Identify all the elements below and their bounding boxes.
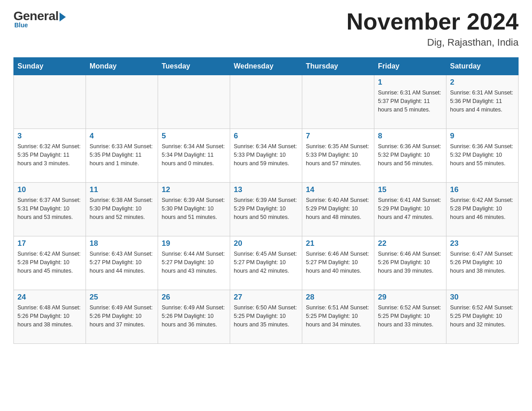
calendar-cell (302, 75, 374, 129)
calendar-cell: 30Sunrise: 6:52 AM Sunset: 5:25 PM Dayli… (446, 290, 519, 344)
day-info: Sunrise: 6:34 AM Sunset: 5:33 PM Dayligh… (234, 142, 298, 167)
day-number: 10 (17, 185, 82, 194)
day-info: Sunrise: 6:39 AM Sunset: 5:29 PM Dayligh… (234, 196, 298, 221)
calendar-cell: 21Sunrise: 6:46 AM Sunset: 5:27 PM Dayli… (302, 236, 374, 290)
day-info: Sunrise: 6:38 AM Sunset: 5:30 PM Dayligh… (90, 196, 154, 221)
calendar-cell (158, 75, 230, 129)
day-info: Sunrise: 6:35 AM Sunset: 5:33 PM Dayligh… (306, 142, 370, 167)
calendar-cell: 25Sunrise: 6:49 AM Sunset: 5:26 PM Dayli… (86, 290, 158, 344)
day-info: Sunrise: 6:50 AM Sunset: 5:25 PM Dayligh… (234, 304, 298, 329)
day-number: 11 (90, 185, 154, 194)
calendar-cell (230, 75, 302, 129)
day-number: 22 (378, 239, 442, 248)
day-info: Sunrise: 6:34 AM Sunset: 5:34 PM Dayligh… (162, 142, 226, 167)
day-number: 26 (162, 293, 226, 302)
day-info: Sunrise: 6:42 AM Sunset: 5:28 PM Dayligh… (450, 196, 515, 221)
day-number: 20 (234, 239, 298, 248)
calendar-table: SundayMondayTuesdayWednesdayThursdayFrid… (13, 57, 519, 344)
calendar-cell: 17Sunrise: 6:42 AM Sunset: 5:28 PM Dayli… (14, 236, 86, 290)
day-info: Sunrise: 6:42 AM Sunset: 5:28 PM Dayligh… (17, 250, 82, 275)
day-info: Sunrise: 6:33 AM Sunset: 5:35 PM Dayligh… (90, 142, 154, 167)
calendar-cell: 29Sunrise: 6:52 AM Sunset: 5:25 PM Dayli… (374, 290, 446, 344)
col-header-tuesday: Tuesday (158, 58, 230, 75)
calendar-week-row: 10Sunrise: 6:37 AM Sunset: 5:31 PM Dayli… (14, 183, 519, 236)
calendar-cell (86, 75, 158, 129)
location-title: Dig, Rajasthan, India (347, 37, 519, 48)
day-number: 14 (306, 185, 370, 194)
day-info: Sunrise: 6:49 AM Sunset: 5:26 PM Dayligh… (162, 304, 226, 329)
col-header-wednesday: Wednesday (230, 58, 302, 75)
month-title: November 2024 (347, 9, 519, 34)
day-number: 4 (90, 132, 154, 141)
calendar-cell: 7Sunrise: 6:35 AM Sunset: 5:33 PM Daylig… (302, 129, 374, 183)
day-number: 25 (90, 293, 154, 302)
calendar-cell: 14Sunrise: 6:40 AM Sunset: 5:29 PM Dayli… (302, 183, 374, 236)
day-info: Sunrise: 6:39 AM Sunset: 5:30 PM Dayligh… (162, 196, 226, 221)
day-number: 7 (306, 132, 370, 141)
col-header-saturday: Saturday (446, 58, 519, 75)
day-number: 29 (378, 293, 442, 302)
day-info: Sunrise: 6:46 AM Sunset: 5:26 PM Dayligh… (378, 250, 442, 275)
day-number: 24 (17, 293, 82, 302)
col-header-monday: Monday (86, 58, 158, 75)
calendar-cell: 15Sunrise: 6:41 AM Sunset: 5:29 PM Dayli… (374, 183, 446, 236)
day-number: 16 (450, 185, 515, 194)
calendar-cell: 18Sunrise: 6:43 AM Sunset: 5:27 PM Dayli… (86, 236, 158, 290)
calendar-cell: 2Sunrise: 6:31 AM Sunset: 5:36 PM Daylig… (446, 75, 519, 129)
day-info: Sunrise: 6:48 AM Sunset: 5:26 PM Dayligh… (17, 304, 82, 329)
calendar-cell: 27Sunrise: 6:50 AM Sunset: 5:25 PM Dayli… (230, 290, 302, 344)
day-info: Sunrise: 6:49 AM Sunset: 5:26 PM Dayligh… (90, 304, 154, 329)
day-info: Sunrise: 6:40 AM Sunset: 5:29 PM Dayligh… (306, 196, 370, 221)
day-number: 18 (90, 239, 154, 248)
col-header-thursday: Thursday (302, 58, 374, 75)
calendar-week-row: 17Sunrise: 6:42 AM Sunset: 5:28 PM Dayli… (14, 236, 519, 290)
day-number: 15 (378, 185, 442, 194)
day-number: 8 (378, 132, 442, 141)
calendar-cell: 4Sunrise: 6:33 AM Sunset: 5:35 PM Daylig… (86, 129, 158, 183)
calendar-week-row: 3Sunrise: 6:32 AM Sunset: 5:35 PM Daylig… (14, 129, 519, 183)
day-info: Sunrise: 6:36 AM Sunset: 5:32 PM Dayligh… (378, 142, 442, 167)
day-info: Sunrise: 6:31 AM Sunset: 5:36 PM Dayligh… (450, 89, 515, 114)
calendar-cell: 23Sunrise: 6:47 AM Sunset: 5:26 PM Dayli… (446, 236, 519, 290)
day-number: 13 (234, 185, 298, 194)
calendar-cell: 28Sunrise: 6:51 AM Sunset: 5:25 PM Dayli… (302, 290, 374, 344)
logo: General Blue (13, 9, 66, 29)
day-number: 21 (306, 239, 370, 248)
calendar-cell: 20Sunrise: 6:45 AM Sunset: 5:27 PM Dayli… (230, 236, 302, 290)
day-number: 5 (162, 132, 226, 141)
day-number: 1 (378, 78, 442, 87)
day-info: Sunrise: 6:51 AM Sunset: 5:25 PM Dayligh… (306, 304, 370, 329)
day-number: 6 (234, 132, 298, 141)
day-info: Sunrise: 6:52 AM Sunset: 5:25 PM Dayligh… (378, 304, 442, 329)
day-info: Sunrise: 6:37 AM Sunset: 5:31 PM Dayligh… (17, 196, 82, 221)
calendar-cell: 1Sunrise: 6:31 AM Sunset: 5:37 PM Daylig… (374, 75, 446, 129)
calendar-cell: 3Sunrise: 6:32 AM Sunset: 5:35 PM Daylig… (14, 129, 86, 183)
day-info: Sunrise: 6:47 AM Sunset: 5:26 PM Dayligh… (450, 250, 515, 275)
day-number: 9 (450, 132, 515, 141)
day-info: Sunrise: 6:44 AM Sunset: 5:27 PM Dayligh… (162, 250, 226, 275)
calendar-cell: 19Sunrise: 6:44 AM Sunset: 5:27 PM Dayli… (158, 236, 230, 290)
calendar-cell: 6Sunrise: 6:34 AM Sunset: 5:33 PM Daylig… (230, 129, 302, 183)
day-number: 19 (162, 239, 226, 248)
day-number: 30 (450, 293, 515, 302)
calendar-cell: 9Sunrise: 6:36 AM Sunset: 5:32 PM Daylig… (446, 129, 519, 183)
col-header-friday: Friday (374, 58, 446, 75)
day-number: 17 (17, 239, 82, 248)
day-info: Sunrise: 6:46 AM Sunset: 5:27 PM Dayligh… (306, 250, 370, 275)
day-info: Sunrise: 6:52 AM Sunset: 5:25 PM Dayligh… (450, 304, 515, 329)
day-number: 2 (450, 78, 515, 87)
calendar-cell: 11Sunrise: 6:38 AM Sunset: 5:30 PM Dayli… (86, 183, 158, 236)
calendar-cell (14, 75, 86, 129)
col-header-sunday: Sunday (14, 58, 86, 75)
day-info: Sunrise: 6:45 AM Sunset: 5:27 PM Dayligh… (234, 250, 298, 275)
calendar-cell: 16Sunrise: 6:42 AM Sunset: 5:28 PM Dayli… (446, 183, 519, 236)
calendar-cell: 22Sunrise: 6:46 AM Sunset: 5:26 PM Dayli… (374, 236, 446, 290)
calendar-cell: 12Sunrise: 6:39 AM Sunset: 5:30 PM Dayli… (158, 183, 230, 236)
day-info: Sunrise: 6:41 AM Sunset: 5:29 PM Dayligh… (378, 196, 442, 221)
day-info: Sunrise: 6:43 AM Sunset: 5:27 PM Dayligh… (90, 250, 154, 275)
logo-blue-text: Blue (14, 21, 28, 29)
page-header: General Blue November 2024 Dig, Rajastha… (13, 9, 519, 48)
day-number: 12 (162, 185, 226, 194)
day-info: Sunrise: 6:32 AM Sunset: 5:35 PM Dayligh… (17, 142, 82, 167)
day-number: 23 (450, 239, 515, 248)
